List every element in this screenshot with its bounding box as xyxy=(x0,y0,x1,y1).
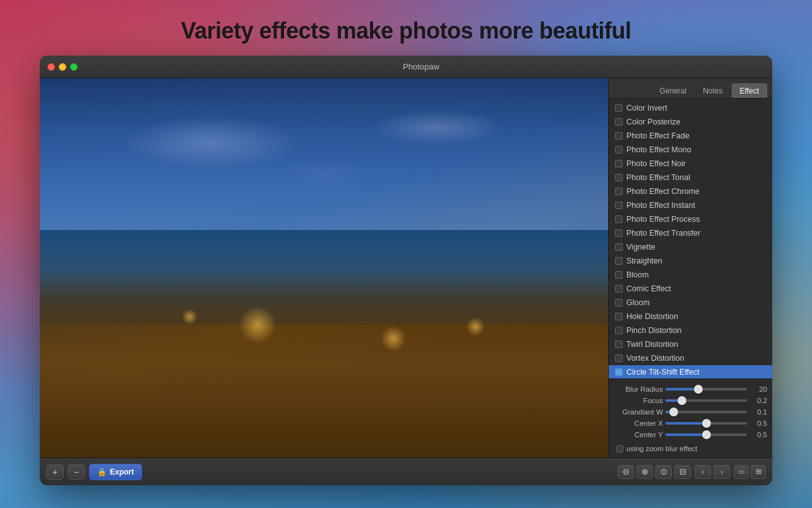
tab-notes[interactable]: Notes xyxy=(695,83,730,98)
effect-item-circle-tilt-shift[interactable]: Circle Tilt-Shift Effect xyxy=(609,365,772,378)
lock-icon: 🔒 xyxy=(97,468,107,476)
slider-row-blur-radius: Blur Radius20 xyxy=(614,385,767,393)
close-button[interactable] xyxy=(47,63,55,71)
window-title: Photopaw xyxy=(78,62,765,71)
slider-value-focus: 0.2 xyxy=(749,397,767,404)
zoom-controls: ⊖ ⊕ ⊙ ⊟ xyxy=(618,465,691,479)
effect-item-vortex-distortion[interactable]: Vortex Distortion xyxy=(609,351,772,365)
effect-item-twirl-distortion[interactable]: Twirl Distortion xyxy=(609,337,772,351)
slider-track-center-x[interactable] xyxy=(666,422,747,425)
nav-prev-button[interactable]: ‹ xyxy=(695,465,711,479)
effect-checkbox-vignette xyxy=(615,243,623,251)
zoom-blur-checkbox[interactable] xyxy=(616,445,623,452)
slider-track-focus[interactable] xyxy=(666,399,747,402)
slider-track-grandiant-w[interactable] xyxy=(666,411,747,413)
effect-label-photo-effect-noir: Photo Effect Noir xyxy=(626,159,686,168)
slider-thumb-grandiant-w[interactable] xyxy=(669,408,678,416)
effect-checkbox-circle-tilt-shift xyxy=(615,368,623,376)
slider-thumb-center-y[interactable] xyxy=(702,430,711,439)
effect-checkbox-hole-distortion xyxy=(615,313,623,320)
effect-list[interactable]: Color InvertColor PosterizePhoto Effect … xyxy=(609,99,772,378)
effect-checkbox-photo-effect-noir xyxy=(615,160,623,167)
effect-label-gloom: Gloom xyxy=(626,298,650,307)
slider-row-focus: Focus0.2 xyxy=(614,397,767,404)
right-panel: General Notes Effect Color InvertColor P… xyxy=(608,78,772,457)
slider-thumb-blur-radius[interactable] xyxy=(694,385,703,394)
slider-thumb-center-x[interactable] xyxy=(702,419,711,428)
minimize-button[interactable] xyxy=(59,63,66,71)
effect-item-photo-effect-mono[interactable]: Photo Effect Mono xyxy=(609,143,772,157)
effect-checkbox-comic-effect xyxy=(615,285,623,293)
effect-item-vignette[interactable]: Vignette xyxy=(609,240,772,254)
effect-checkbox-bloom xyxy=(615,271,623,279)
effect-item-photo-effect-tonal[interactable]: Photo Effect Tonal xyxy=(609,171,772,184)
slider-label-blur-radius: Blur Radius xyxy=(614,385,663,393)
nav-next-button[interactable]: › xyxy=(713,465,730,479)
effect-item-pinch-distortion[interactable]: Pinch Distortion xyxy=(609,324,772,337)
tab-general[interactable]: General xyxy=(652,83,694,98)
view-single-button[interactable]: ▭ xyxy=(734,465,749,479)
effect-item-photo-effect-transfer[interactable]: Photo Effect Transfer xyxy=(609,226,772,240)
effect-item-color-posterize[interactable]: Color Posterize xyxy=(609,115,772,129)
effect-checkbox-gloom xyxy=(615,299,623,306)
effect-label-hole-distortion: Hole Distortion xyxy=(626,312,678,321)
effect-label-pinch-distortion: Pinch Distortion xyxy=(626,326,682,335)
effect-item-photo-effect-fade[interactable]: Photo Effect Fade xyxy=(609,129,772,143)
effect-label-color-invert: Color Invert xyxy=(626,104,667,112)
zoom-out-button[interactable]: ⊖ xyxy=(618,465,634,479)
effect-item-straighten[interactable]: Straighten xyxy=(609,254,772,268)
app-window: Photopaw General Note xyxy=(40,56,772,485)
slider-row-center-y: Center Y0.5 xyxy=(614,431,767,438)
export-button[interactable]: 🔒 Export xyxy=(89,464,142,480)
effect-checkbox-photo-effect-chrome xyxy=(615,188,623,195)
effect-item-photo-effect-chrome[interactable]: Photo Effect Chrome xyxy=(609,184,772,198)
effect-item-color-invert[interactable]: Color Invert xyxy=(609,101,772,115)
zoom-fill-button[interactable]: ⊟ xyxy=(674,465,691,479)
slider-value-center-y: 0.5 xyxy=(749,431,767,438)
effect-checkbox-twirl-distortion xyxy=(615,341,623,348)
effect-item-photo-effect-noir[interactable]: Photo Effect Noir xyxy=(609,157,772,171)
slider-track-blur-radius[interactable] xyxy=(666,388,747,390)
slider-value-grandiant-w: 0.1 xyxy=(749,408,767,416)
effect-item-bloom[interactable]: Bloom xyxy=(609,268,772,282)
zoom-in-button[interactable]: ⊕ xyxy=(636,465,653,479)
maximize-button[interactable] xyxy=(70,63,78,71)
tab-effect[interactable]: Effect xyxy=(732,83,767,98)
effect-checkbox-photo-effect-fade xyxy=(615,132,623,140)
photo-placeholder xyxy=(40,78,608,457)
slider-track-center-y[interactable] xyxy=(666,433,747,436)
photo-structures xyxy=(40,268,608,457)
effect-checkbox-photo-effect-instant xyxy=(615,202,623,209)
panel-tabs: General Notes Effect xyxy=(609,78,772,99)
effect-checkbox-photo-effect-transfer xyxy=(615,229,623,237)
effect-item-photo-effect-process[interactable]: Photo Effect Process xyxy=(609,212,772,226)
zoom-fit-button[interactable]: ⊙ xyxy=(655,465,672,479)
slider-row-grandiant-w: Grandiant W0.1 xyxy=(614,408,767,416)
effect-label-photo-effect-tonal: Photo Effect Tonal xyxy=(626,173,690,182)
slider-label-focus: Focus xyxy=(614,397,663,404)
effect-label-photo-effect-chrome: Photo Effect Chrome xyxy=(626,187,700,196)
effect-item-hole-distortion[interactable]: Hole Distortion xyxy=(609,310,772,324)
effect-checkbox-pinch-distortion xyxy=(615,327,623,334)
effect-item-photo-effect-instant[interactable]: Photo Effect Instant xyxy=(609,198,772,212)
export-label: Export xyxy=(110,468,134,476)
view-grid-button[interactable]: ⊞ xyxy=(751,465,766,479)
traffic-lights xyxy=(47,63,78,71)
effect-checkbox-photo-effect-tonal xyxy=(615,174,623,181)
slider-label-center-y: Center Y xyxy=(614,431,663,438)
effect-checkbox-color-invert xyxy=(615,104,623,112)
slider-label-grandiant-w: Grandiant W xyxy=(614,408,663,416)
effect-label-twirl-distortion: Twirl Distortion xyxy=(626,340,678,349)
slider-fill-center-y xyxy=(666,433,707,436)
effect-item-comic-effect[interactable]: Comic Effect xyxy=(609,282,772,296)
slider-thumb-focus[interactable] xyxy=(678,396,686,405)
view-buttons: ▭ ⊞ xyxy=(734,465,766,479)
page-title: Variety effects make photos more beautif… xyxy=(0,0,812,56)
add-button[interactable]: + xyxy=(46,464,64,480)
effect-label-photo-effect-process: Photo Effect Process xyxy=(626,215,700,224)
effect-checkbox-photo-effect-mono xyxy=(615,146,623,154)
photo-sky xyxy=(40,78,608,249)
remove-button[interactable]: − xyxy=(68,464,85,480)
effect-item-gloom[interactable]: Gloom xyxy=(609,296,772,310)
slider-row-center-x: Center X0.5 xyxy=(614,420,767,427)
